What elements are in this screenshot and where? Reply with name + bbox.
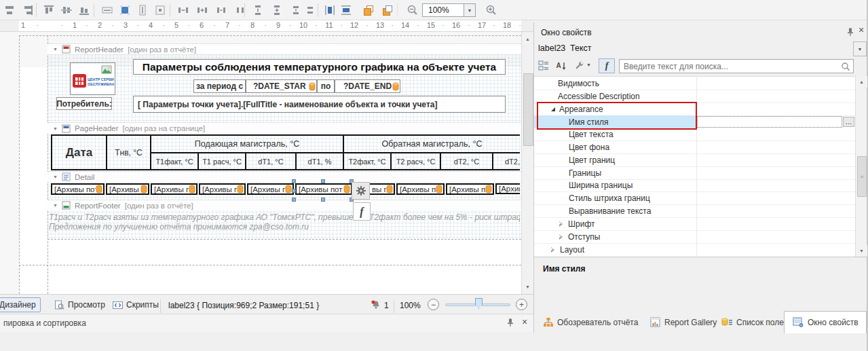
align-horizontal-centers-button[interactable] (1, 2, 18, 18)
center-horizontally-button[interactable] (322, 2, 338, 18)
collapsed-icon[interactable] (559, 221, 563, 227)
table-subheader[interactable]: Т1факт, °С (151, 153, 199, 169)
date-end-parameter[interactable]: ?DATE_END (335, 79, 400, 93)
increase-vertical-spacing-button[interactable] (269, 2, 285, 18)
property-row-text-color[interactable]: Цвет текста (534, 128, 855, 141)
detail-field-cell[interactable]: вы пс (370, 183, 395, 195)
table-header-tnv[interactable]: Тнв, °С (107, 136, 151, 169)
band-header-pageheader[interactable]: ▼ PageHeader [один раз на странице] (48, 122, 521, 134)
table-subheader[interactable]: dТ2, °С (441, 153, 493, 169)
align-middles-button[interactable] (58, 2, 75, 18)
expressions-toggle-button[interactable]: f (599, 58, 615, 73)
detail-field-cell[interactable]: [Архивы пс (446, 183, 494, 195)
property-search-box[interactable] (619, 59, 854, 73)
notifications-bell-icon[interactable] (371, 299, 381, 313)
detail-field-cell[interactable]: [Архивы по (247, 183, 294, 195)
style-name-value-editor[interactable] (697, 116, 842, 128)
detail-field-cell[interactable]: [Архивы пс (396, 183, 445, 195)
equal-vertical-spacing-button[interactable] (250, 2, 266, 18)
footer-note-line1[interactable]: Т1расч и Т2расч взяты из температурного … (49, 213, 520, 223)
table-subheader[interactable]: dТ2, (493, 153, 520, 169)
collapse-band-icon[interactable]: ▼ (53, 174, 58, 179)
collapse-band-icon[interactable]: ▼ (53, 47, 58, 52)
detail-field-cell[interactable]: [Архивы (495, 183, 520, 194)
selection-handle[interactable] (292, 189, 296, 193)
scrollbar-thumb[interactable]: ≡ (857, 156, 867, 197)
fulltitle-field-label[interactable]: [ Параметры точки учета].[FullTitle - на… (133, 96, 506, 113)
ellipsis-button[interactable]: … (843, 117, 854, 127)
detail-field-cell[interactable]: [Архивы п (106, 183, 149, 195)
wrench-dropdown-icon[interactable]: ▼ (586, 62, 591, 67)
collapsed-icon[interactable] (551, 247, 554, 253)
period-prefix-label[interactable]: за период с (193, 79, 246, 93)
scroll-down-icon[interactable]: ▼ (856, 245, 867, 257)
selection-handle[interactable] (292, 198, 296, 202)
table-subheader[interactable]: dТ1, % (297, 153, 344, 169)
align-bottoms-button[interactable] (76, 2, 92, 18)
collapsed-icon[interactable] (559, 234, 563, 240)
tab-report-gallery[interactable]: Report Gallery (650, 317, 717, 327)
align-tops-button[interactable] (41, 2, 57, 18)
expression-editor-button[interactable]: f (353, 202, 371, 221)
table-subheader[interactable]: Т2факт, °С (344, 153, 392, 169)
send-to-back-button[interactable] (379, 2, 396, 18)
close-icon[interactable]: × (522, 316, 527, 327)
bring-to-front-button[interactable] (360, 2, 377, 18)
property-row-border-color[interactable]: Цвет границ (534, 154, 855, 167)
zoom-dropdown-button[interactable]: ▼ (464, 3, 476, 17)
band-header-detail[interactable]: ▼ Detail (48, 171, 521, 182)
logo-picture-box[interactable]: ЦЕНТР СЕРВИСНОГО ОБСЛУЖИВАНИЯ (70, 62, 115, 95)
table-header-supply[interactable]: Подающая магистраль, °С (151, 136, 344, 153)
zoom-level-combobox[interactable]: 100% (422, 3, 464, 17)
property-row-border-width[interactable]: Ширина границы (534, 179, 855, 192)
detail-field-cell[interactable]: [Архивы потре (51, 183, 105, 195)
search-input[interactable] (620, 62, 841, 71)
property-row-background-color[interactable]: Цвет фона (534, 141, 855, 154)
center-vertically-button[interactable] (338, 2, 354, 18)
align-rights-button[interactable] (20, 2, 36, 18)
property-group-font[interactable]: Шрифт (534, 218, 855, 231)
size-to-grid-button[interactable] (152, 2, 168, 18)
pin-icon[interactable] (506, 318, 515, 330)
remove-vertical-spacing-button[interactable] (302, 2, 318, 18)
same-size-button[interactable] (117, 2, 133, 18)
increase-horizontal-spacing-button[interactable] (194, 2, 210, 18)
table-header-return[interactable]: Обратная магистраль, °С (344, 136, 520, 153)
period-mid-label[interactable]: по (317, 79, 335, 93)
property-row-border-dash-style[interactable]: Стиль штриха границ (534, 192, 855, 205)
smart-tag-button[interactable] (352, 182, 370, 200)
same-width-button[interactable] (99, 2, 115, 18)
selection-handle[interactable] (321, 198, 325, 202)
report-title-label[interactable]: Параметры соблюдения температурного граф… (133, 59, 506, 75)
remove-horizontal-spacing-button[interactable] (232, 2, 248, 18)
detail-field-cell-selected[interactable]: [Архивы пот (295, 183, 352, 195)
table-subheader[interactable]: Т2 расч, °С (392, 153, 441, 169)
settings-wrench-button[interactable] (571, 58, 586, 73)
design-vertical-scrollbar[interactable]: ▲ ▼ (521, 32, 533, 294)
zoom-in-icon[interactable] (483, 2, 499, 18)
date-start-parameter[interactable]: ?DATE_STAR (246, 79, 317, 93)
equal-horizontal-spacing-button[interactable] (175, 2, 191, 18)
zoom-increase-button[interactable]: + (516, 299, 527, 310)
selection-handle[interactable] (292, 179, 296, 183)
zoom-slider-thumb[interactable] (475, 298, 483, 309)
pin-icon[interactable] (846, 27, 855, 39)
selection-handle[interactable] (321, 179, 325, 183)
design-surface[interactable]: ▼ ReportHeader [один раз в отчёте] ЦЕНТР… (0, 32, 533, 294)
tab-properties-window-active[interactable]: Окно свойств (784, 311, 867, 333)
band-header-reportheader[interactable]: ▼ ReportHeader [один раз в отчёте] (48, 43, 521, 54)
footer-note-line2[interactable]: Предложения по улучшению отчёта принимаю… (49, 222, 520, 232)
property-row-borders[interactable]: Границы (534, 167, 855, 180)
properties-scrollbar[interactable]: ▲ ≡ ▼ (855, 76, 867, 257)
categorized-view-button[interactable] (536, 58, 551, 73)
detail-field-cell[interactable]: [Архивы по (199, 183, 246, 195)
tab-scripts[interactable]: Скрипты (107, 297, 164, 312)
band-header-reportfooter[interactable]: ▼ ReportFooter [один раз в отчёте] (48, 200, 521, 210)
decrease-horizontal-spacing-button[interactable] (213, 2, 229, 18)
collapse-band-icon[interactable]: ▼ (53, 126, 58, 131)
zoom-out-icon[interactable] (404, 2, 421, 18)
zoom-decrease-button[interactable]: − (428, 299, 439, 310)
scroll-down-icon[interactable]: ▼ (522, 281, 533, 293)
alphabetical-sort-button[interactable]: А (554, 58, 569, 73)
object-selector-combobox[interactable]: label23 Текст ▼ (534, 41, 867, 57)
